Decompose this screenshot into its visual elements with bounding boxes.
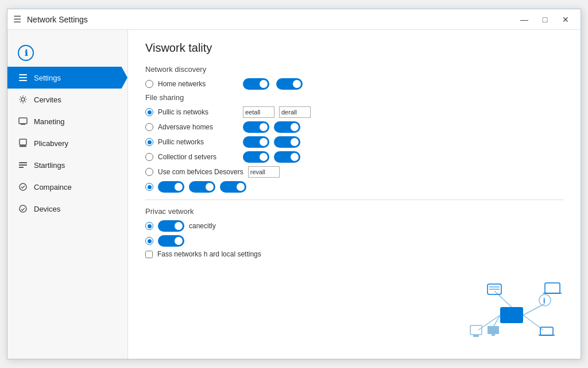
privacy-icon: [18, 138, 28, 148]
radio-adversave-homes[interactable]: [145, 123, 153, 131]
sidebar-label-compliance: Compaince: [34, 183, 72, 191]
toggle-collection-1[interactable]: [243, 151, 269, 163]
svg-rect-4: [19, 118, 27, 124]
input-revall[interactable]: [248, 166, 280, 178]
main-window: ☰ Network Settings — □ ✕ ℹ: [7, 9, 581, 359]
row-fass: Fass networks h ard local settings: [145, 250, 563, 258]
maximize-button[interactable]: □: [535, 11, 555, 28]
label-canecitly: canecitly: [189, 222, 269, 230]
row-pullic-net: Pullic networks: [145, 136, 563, 148]
minimize-button[interactable]: —: [514, 11, 535, 28]
toggle-adversave-1[interactable]: [243, 121, 269, 133]
label-fass: Fass networks h ard local settings: [157, 250, 261, 258]
managing-icon: [18, 116, 28, 126]
section-network-discovery: Network discovery: [145, 65, 563, 74]
sidebar-label-settings: Settings: [34, 74, 61, 82]
svg-rect-2: [19, 80, 27, 81]
section-privac-network: Privac vetwork: [145, 207, 563, 216]
title-bar-left: ☰ Network Settings: [13, 14, 88, 25]
radio-pullic-net[interactable]: [145, 138, 153, 146]
toggle-collection-2[interactable]: [274, 151, 300, 163]
toggle-canecitly[interactable]: [158, 220, 184, 232]
checkbox-fass[interactable]: [145, 251, 153, 258]
svg-rect-0: [19, 74, 27, 75]
startlings-icon: [18, 160, 28, 170]
svg-rect-25: [545, 283, 560, 293]
sidebar-item-privacy[interactable]: Plicabvery: [7, 132, 127, 154]
radio-extra[interactable]: [145, 183, 153, 191]
content-area: ℹ Settings: [7, 30, 581, 359]
svg-rect-5: [21, 124, 25, 125]
input-eetall[interactable]: [243, 106, 274, 118]
title-bar: ☰ Network Settings — □ ✕: [7, 9, 581, 30]
section-divider: [145, 200, 563, 200]
svg-rect-9: [19, 162, 27, 163]
svg-rect-7: [20, 145, 26, 147]
compliance-icon: [18, 182, 28, 192]
sidebar-label-managing: Maneting: [34, 117, 64, 126]
input-derall[interactable]: [279, 106, 311, 118]
label-adversave-homes: Adversave homes: [158, 123, 238, 131]
radio-use-com[interactable]: [145, 168, 153, 176]
sidebar-item-compliance[interactable]: Compaince: [7, 176, 127, 198]
sidebar-item-startlings[interactable]: Startlings: [7, 154, 127, 176]
radio-pullic-networks[interactable]: [145, 108, 153, 116]
devices-icon: [18, 204, 28, 214]
sidebar-item-devices[interactable]: Devices: [7, 198, 127, 220]
network-diagram: i: [460, 278, 563, 347]
settings-icon: [18, 72, 28, 83]
sidebar-label-devices: Devices: [34, 205, 60, 213]
row-toggle2: [145, 235, 563, 247]
close-button[interactable]: ✕: [555, 11, 576, 28]
toggle-home-2[interactable]: [276, 78, 303, 90]
svg-rect-30: [492, 334, 495, 336]
svg-rect-31: [540, 327, 553, 335]
info-icon: ℹ: [18, 45, 34, 61]
sidebar-item-services[interactable]: Cervites: [7, 89, 127, 110]
radio-collection[interactable]: [145, 153, 153, 161]
sidebar-label-privacy: Plicabvery: [34, 139, 68, 148]
sidebar-item-managing[interactable]: Maneting: [7, 110, 127, 132]
row-use-com: Use com befvices Desovers: [145, 166, 563, 178]
svg-point-3: [21, 98, 25, 101]
toggle-pullic-1[interactable]: [243, 136, 269, 148]
sidebar-label-services: Cervites: [34, 95, 61, 104]
svg-rect-27: [470, 325, 482, 335]
row-home-networks: Home netwerks: [145, 78, 563, 90]
radio-home-networks[interactable]: [145, 80, 153, 88]
row-canecitly: canecitly: [145, 220, 563, 232]
label-home-networks: Home netwerks: [158, 80, 238, 88]
svg-rect-8: [20, 147, 26, 148]
svg-rect-14: [500, 307, 523, 323]
toggle-row2[interactable]: [158, 235, 184, 247]
radio-canecitly[interactable]: [145, 222, 153, 230]
sidebar: ℹ Settings: [7, 30, 128, 359]
services-icon: [18, 94, 28, 105]
radio-toggle2[interactable]: [145, 237, 153, 245]
toggle-pullic-2[interactable]: [274, 136, 300, 148]
svg-rect-11: [19, 167, 24, 168]
label-pullic-net: Pullic networks: [158, 138, 238, 146]
svg-rect-1: [19, 77, 27, 78]
toggle-home-1[interactable]: [243, 78, 269, 90]
svg-point-13: [20, 205, 26, 212]
svg-rect-29: [488, 326, 499, 334]
toggle-pair-home: [243, 78, 303, 90]
svg-rect-28: [473, 335, 479, 337]
main-content: Viswork tality Network discovery Home ne…: [128, 30, 581, 359]
row-adversave-homes: Adversave homes: [145, 121, 563, 133]
svg-rect-6: [20, 139, 26, 145]
toggle-extra-1[interactable]: [158, 181, 184, 193]
page-title: Viswork tality: [145, 41, 563, 55]
toggle-extra-2[interactable]: [189, 181, 215, 193]
svg-rect-10: [19, 164, 27, 166]
row-collection: Collectior d setvers: [145, 151, 563, 163]
label-pullic-networks: Pullic is netwoks: [158, 108, 238, 116]
label-collection: Collectior d setvers: [158, 153, 238, 161]
sidebar-info: ℹ: [7, 36, 127, 67]
sidebar-item-settings[interactable]: Settings: [7, 67, 127, 89]
toggle-adversave-2[interactable]: [274, 121, 300, 133]
hamburger-icon[interactable]: ☰: [13, 14, 21, 25]
window-title: Network Settings: [27, 15, 88, 24]
toggle-extra-3[interactable]: [220, 181, 246, 193]
